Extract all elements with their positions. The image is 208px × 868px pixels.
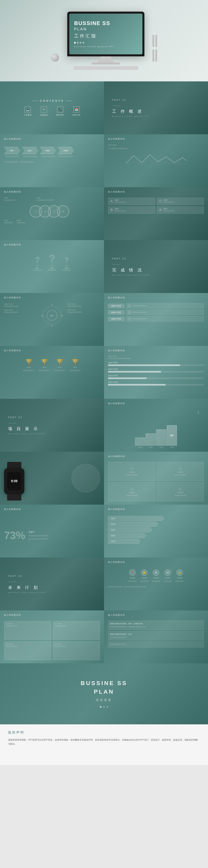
progress-item-4: 关键文字意思 <box>108 381 204 385</box>
monitor-base <box>92 62 120 64</box>
part02-num: PART 02 <box>112 257 200 260</box>
progress-list: 关键文字意思 关键文字意思 关键文字意思 <box>108 362 204 385</box>
part01-num: PART 01 <box>112 99 200 101</box>
icon-row-slide: 输入和插图内容 📍 文字内容 单击此处添加 🔔 文字内容 单击此处添加 ⚙ 文字… <box>104 558 208 611</box>
quad-icon-2: ◻ <box>179 467 182 470</box>
arrow-label-1: 步骤一 <box>10 150 14 152</box>
contents-item-2: ✎ 完成情况 <box>40 106 48 116</box>
keyword-D: D 关键字 单击此处添加文本 <box>157 198 204 205</box>
puzzle-right: 输入和内容单击此处添加文本 输入和内容单击此处添加文本 <box>53 621 100 660</box>
trophy-icon-4: 🏆 <box>72 359 79 365</box>
icon-label-4: 文字内容 <box>165 577 171 579</box>
arrow-shape-3: 步骤三 <box>40 147 56 154</box>
final-dot-1 <box>100 706 102 708</box>
multitext-content: 感谢生物技术的发展，未来，生物技术将 单击此处添加说明内容文字，感谢生物技术的发… <box>108 621 204 660</box>
circle-4: ④ <box>57 205 69 218</box>
svg-text:▲: ▲ <box>51 304 53 306</box>
trophy-2: 🏆 20XX 单击添加说明文字 <box>39 359 50 372</box>
row-watch-quad: 9:09 输入和插图内容 ◻ 文字内容 单击此处添加说明 ◻ 文字内容 单击此处… <box>0 452 208 505</box>
watch-circle-decoration <box>71 464 100 492</box>
row-part03-stair: PART 03 项 目 展 示 Business simple general … <box>0 399 208 452</box>
hero-dots <box>74 42 138 43</box>
contents-items: 💻 工作概述 ✎ 完成情况 📞 项目展示 📅 未来计划 <box>24 106 80 116</box>
row-puzzle-multitext: 输入和插图内容 输入和内容单击此处添加文本 输入和内容单击此处添加文本 输入和内… <box>0 611 208 663</box>
progress-item-1: 关键文字意思 <box>108 362 204 366</box>
cycle-visual: 核心 ▲ ▶ ▼ ◀ <box>40 303 64 328</box>
trophy-icon-1: 🏆 <box>25 359 33 365</box>
percent-label: 关键字 <box>28 531 48 533</box>
dot-1 <box>74 42 76 43</box>
contents-label-1: 工作概述 <box>24 114 32 116</box>
part03-title-cn: 项 目 展 示 <box>8 426 96 432</box>
arrows-row: 步骤一 单击此处添加文本内容 步骤二 单击此处添加文本内容 步骤三 单击此处添加… <box>4 147 100 158</box>
contents-item-3: 📞 项目展示 <box>56 106 64 116</box>
icon-item-4: ✉ 文字内容 单击此处添加 <box>164 569 172 583</box>
q-item-3: ? 问题三 单击添加说明 <box>62 256 71 272</box>
contents-icon-3: 📞 <box>57 106 63 113</box>
watch-slide: 9:09 <box>0 452 104 505</box>
rect-boxes: 标题文字意思 单击此处添加文本内容 标题文字意思 单击此处添加文本内容 标题文字… <box>108 303 204 321</box>
part01-divider <box>112 105 120 106</box>
trophy-icon-2: 🏆 <box>41 359 48 365</box>
part02-slide: PART 02 完 成 情 况 Business simple general … <box>104 240 208 293</box>
questions-slide: 输入和插图内容 ? 问题一 单击添加说明 ? <box>0 240 104 293</box>
part03-slide: PART 03 项 目 展 示 Business simple general … <box>0 399 104 452</box>
monitor-stand <box>98 56 114 62</box>
q-item-2: ? 问题二 单击添加说明 <box>48 253 56 272</box>
quad-text-2: 文字内容 <box>177 471 183 473</box>
rect-box-1: 标题文字意思 单击此处添加文本内容 <box>108 303 204 308</box>
progress-fill-4 <box>108 384 166 385</box>
watch-time: 9:09 <box>11 479 18 483</box>
arrow-slide: 输入和插图内容 步骤一 单击此处添加文本内容 步骤二 单击此处添加文本内容 步骤… <box>0 134 104 187</box>
contents-item-1: 💻 工作概述 <box>24 106 32 116</box>
final-dots <box>100 706 108 708</box>
quad-box-4: ◻ 文字内容 单击此处添加说明 <box>157 482 204 501</box>
progress-fill-3 <box>108 377 146 379</box>
contents-icon-1: 💻 <box>25 106 31 113</box>
icon-mail: ✉ <box>165 569 171 576</box>
final-dot-2 <box>103 706 105 708</box>
multitext-box-2: 感谢生物技术的发展，未来 单击此处添加说明内容文字 <box>108 631 204 641</box>
svg-text:◀: ◀ <box>41 315 43 317</box>
funnel-step-5: 关键字 <box>108 539 141 544</box>
percent-value: 73% <box>4 530 25 540</box>
arrow-shape-1: 步骤一 <box>4 147 20 154</box>
final-dot-3 <box>106 706 108 708</box>
stair-slide: 输入和插图内容 关键字 关键字 关键字 <box>104 399 208 452</box>
arrow-desc-4: 单击此处添加文本内容 <box>59 155 73 158</box>
svg-text:▼: ▼ <box>51 326 53 327</box>
cycle-labels-left: 标题文字举例单击此处添加文本内容 标题文字举例单击此处添加文本内容 <box>4 303 37 343</box>
keyboard <box>73 66 138 70</box>
part02-title-en: Business simple general PPT <box>112 274 200 276</box>
stair-1: 关键字 <box>135 437 145 448</box>
row-percent-funnel: 输入和插图内容 73% 关键字 单击此处添加文本内容说明文字 单击此处添加文本内… <box>0 505 208 558</box>
stair-2: 关键字 <box>146 433 156 448</box>
puzzle-heading: 输入和插图内容 <box>4 614 100 617</box>
questions-heading: 输入和插图内容 <box>4 243 100 246</box>
contents-icon-4: 📅 <box>73 106 79 113</box>
puzzle-box-1: 输入和内容单击此处添加文本 <box>4 621 51 640</box>
part04-divider <box>8 582 16 582</box>
wave-chart-svg <box>108 152 204 168</box>
arrow-1: 步骤一 单击此处添加文本内容 <box>4 147 20 158</box>
decoration-cylinder-2 <box>152 50 157 62</box>
contents-slide: CONTENTS 💻 工作概述 ✎ 完成情况 📞 项目展示 📅 未来计划 <box>0 82 104 134</box>
watch-band-bottom <box>7 494 21 500</box>
hero-title: BUSSINE SS <box>74 20 138 26</box>
part03-title-en: Business simple general PPT <box>8 433 96 435</box>
stair-4: 4K 关键字 <box>167 425 177 448</box>
multitext-slide: 输入和插图内容 感谢生物技术的发展，未来，生物技术将 单击此处添加说明内容文字，… <box>104 611 208 663</box>
icon-row: 📍 文字内容 单击此处添加 🔔 文字内容 单击此处添加 ⚙ 文字内容 单击此处添… <box>108 569 204 583</box>
arrow-label-4: 步骤四 <box>63 150 68 152</box>
monitor: BUSSINE SS PLAN 工作汇报 Business simple gen… <box>67 11 144 70</box>
trophy-1: 🏆 20XX 单击添加说明文字 <box>23 359 35 372</box>
final-title: BUSSINE SS <box>81 680 127 686</box>
funnel-heading: 输入和插图内容 <box>108 508 204 511</box>
arrow-3: 步骤三 单击此处添加文本内容 <box>40 147 56 158</box>
progress-track-3 <box>108 377 204 379</box>
puzzle-box-4: 输入和内容单击此处添加文本 <box>53 641 100 660</box>
rect-boxes-slide: 输入和插图内容 标题文字意思 单击此处添加文本内容 标题文字意思 单击此处添加文… <box>104 293 208 346</box>
trophies-slide: 输入和插图内容 🏆 20XX 单击添加说明文字 🏆 20XX 单击添加说明文字 … <box>0 346 104 399</box>
progress-heading: 输入和插图内容 <box>108 349 204 352</box>
hero-cn: 工作汇报 <box>74 33 138 39</box>
